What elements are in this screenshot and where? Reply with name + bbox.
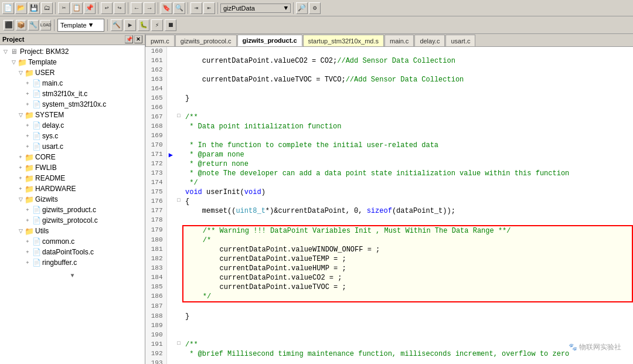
gizwits-expand: ▽ bbox=[16, 196, 25, 202]
tree-gizwits-product[interactable]: + 📄 gizwits_product.c bbox=[0, 205, 145, 215]
tree-root[interactable]: ▽ 🖥 Project: BKM32 bbox=[0, 46, 145, 57]
line-arrow bbox=[166, 321, 175, 331]
sep5 bbox=[188, 2, 188, 14]
tab-gizwits-product[interactable]: gizwits_product.c bbox=[237, 35, 302, 46]
root-expand-icon: ▽ bbox=[1, 49, 9, 55]
watermark-icon: 🐾 bbox=[569, 343, 577, 351]
tb2-btn1[interactable]: ⬛ bbox=[4, 20, 14, 30]
line-code bbox=[183, 321, 632, 331]
line-code: void userInit(void) bbox=[183, 188, 632, 197]
tab-delay[interactable]: delay.c bbox=[414, 35, 445, 46]
user-label: USER bbox=[35, 69, 55, 77]
line-box bbox=[175, 264, 183, 273]
line-code bbox=[183, 47, 632, 56]
tree-main-c[interactable]: + 📄 main.c bbox=[0, 78, 145, 89]
tree-hardware-folder[interactable]: + 📁 HARDWARE bbox=[0, 183, 145, 194]
tree-gizwits-protocol[interactable]: + 📄 gizwits_protocol.c bbox=[0, 215, 145, 226]
tree-template[interactable]: ▽ 📁 Template bbox=[0, 57, 145, 67]
save-all-btn[interactable]: 🗂 bbox=[41, 2, 53, 14]
bookmark-btn[interactable]: 🔖 bbox=[161, 2, 172, 14]
line-arrow bbox=[166, 264, 175, 273]
tree-core-folder[interactable]: + 📁 CORE bbox=[0, 152, 145, 162]
line-num: 188 bbox=[145, 312, 166, 321]
tb2-step-btn[interactable]: ⚡ bbox=[151, 19, 163, 31]
tree-usart[interactable]: + 📄 usart.c bbox=[0, 141, 145, 152]
line-box bbox=[175, 150, 183, 159]
table-row: 182 currentDataPoint.valueTEMP = ; bbox=[145, 254, 632, 264]
line-arrow bbox=[166, 66, 175, 75]
line-arrow bbox=[166, 302, 175, 312]
tree-readme-folder[interactable]: + 📁 README bbox=[0, 173, 145, 183]
line-code: /** Warning !!! DataPoint Variables Init… bbox=[183, 226, 632, 236]
line-num: 179 bbox=[145, 226, 166, 236]
line-num: 161 bbox=[145, 56, 166, 66]
tree-stm32-it[interactable]: + 📄 stm32f10x_it.c bbox=[0, 89, 145, 99]
undo-btn[interactable]: ↩ bbox=[101, 2, 113, 14]
tab-usart[interactable]: usart.c bbox=[445, 35, 475, 46]
save-btn[interactable]: 💾 bbox=[28, 2, 40, 14]
tree-gizwits-folder[interactable]: ▽ 📁 Gizwits bbox=[0, 194, 145, 205]
tree-system-folder[interactable]: ▽ 📁 SYSTEM bbox=[0, 110, 145, 120]
new-file-btn[interactable]: 📄 bbox=[2, 2, 14, 14]
table-row: 176 □ { bbox=[145, 197, 632, 206]
outdent-btn[interactable]: ⇤ bbox=[203, 2, 215, 14]
tree-fwlib-folder[interactable]: + 📁 FWLIB bbox=[0, 162, 145, 173]
line-code: * @return none bbox=[183, 159, 632, 169]
template-dropdown[interactable]: Template ▼ bbox=[57, 19, 104, 32]
tab-main[interactable]: main.c bbox=[384, 35, 414, 46]
line-arrow bbox=[166, 131, 175, 141]
sidebar-scroll-down[interactable]: ▼ bbox=[0, 271, 145, 280]
line-num: 172 bbox=[145, 159, 166, 169]
sidebar-pin-btn[interactable]: 📌 bbox=[125, 35, 133, 43]
tab-gizwits-protocol[interactable]: gizwits_protocol.c bbox=[175, 35, 237, 46]
tab-pwm[interactable]: pwm.c bbox=[145, 35, 175, 46]
line-arrow bbox=[166, 254, 175, 264]
prev-btn[interactable]: ← bbox=[131, 2, 142, 14]
redo-btn[interactable]: ↪ bbox=[114, 2, 125, 14]
cut-btn[interactable]: ✂ bbox=[58, 2, 70, 14]
copy-btn[interactable]: 📋 bbox=[71, 2, 83, 14]
paste-btn[interactable]: 📌 bbox=[84, 2, 96, 14]
tree-datapoint-tools[interactable]: + 📄 dataPointTools.c bbox=[0, 247, 145, 257]
tree-user-folder[interactable]: ▽ 📁 USER bbox=[0, 67, 145, 78]
tree-utils-folder[interactable]: ▽ 📁 Utils bbox=[0, 226, 145, 236]
tb2-run-btn[interactable]: ▶ bbox=[124, 19, 136, 31]
indent-btn[interactable]: ⇥ bbox=[190, 2, 202, 14]
tb2-debug-btn[interactable]: 🐛 bbox=[138, 19, 149, 31]
line-code: currentDataPoint.valueTEMP = ; bbox=[183, 254, 632, 264]
tb2-btn3[interactable]: 🔧 bbox=[28, 20, 39, 30]
tree-system[interactable]: + 📄 system_stm32f10x.c bbox=[0, 99, 145, 110]
line-num: 169 bbox=[145, 131, 166, 141]
search-btn[interactable]: 🔍 bbox=[173, 2, 185, 14]
line-num: 167 bbox=[145, 113, 166, 122]
next-btn[interactable]: → bbox=[144, 2, 155, 14]
code-editor[interactable]: 160 161 currentDataPoint.valueCO2 = CO2;… bbox=[145, 47, 633, 364]
zoom-in-btn[interactable]: 🔎 bbox=[296, 2, 308, 14]
function-dropdown[interactable]: gizPutData ▼ bbox=[220, 4, 291, 13]
line-arrow bbox=[166, 56, 175, 66]
tb2-stop-btn[interactable]: ⏹ bbox=[165, 19, 176, 31]
line-code bbox=[183, 131, 632, 141]
tree-delay[interactable]: + 📄 delay.c bbox=[0, 120, 145, 131]
find-btn[interactable]: ⚙ bbox=[309, 2, 321, 14]
tab-startup[interactable]: startup_stm32f10x_md.s bbox=[303, 35, 384, 46]
tb2-compile-btn[interactable]: 🔨 bbox=[111, 19, 122, 31]
table-row: 174 */ bbox=[145, 178, 632, 188]
open-btn[interactable]: 📂 bbox=[15, 2, 27, 14]
stm32-it-icon: 📄 bbox=[32, 89, 41, 98]
table-row: 162 bbox=[145, 66, 632, 75]
ringbuffer-icon: 📄 bbox=[32, 258, 41, 267]
table-row: 173 * @note The developer can add a data… bbox=[145, 169, 632, 178]
sidebar-close-btn[interactable]: ✕ bbox=[134, 35, 142, 43]
tree-common[interactable]: + 📄 common.c bbox=[0, 236, 145, 247]
line-code: */ bbox=[183, 178, 632, 188]
tb2-btn4[interactable]: LOAD bbox=[40, 20, 51, 30]
tb2-btn2[interactable]: 📦 bbox=[16, 20, 26, 30]
common-label: common.c bbox=[42, 237, 74, 246]
tree-sys[interactable]: + 📄 sys.c bbox=[0, 131, 145, 141]
core-expand: + bbox=[16, 154, 25, 160]
tree-ringbuffer[interactable]: + 📄 ringbuffer.c bbox=[0, 257, 145, 268]
table-row: 184 currentDataPoint.valueCO2 = ; bbox=[145, 273, 632, 283]
sep3 bbox=[128, 2, 128, 14]
table-row: 190 bbox=[145, 331, 632, 340]
